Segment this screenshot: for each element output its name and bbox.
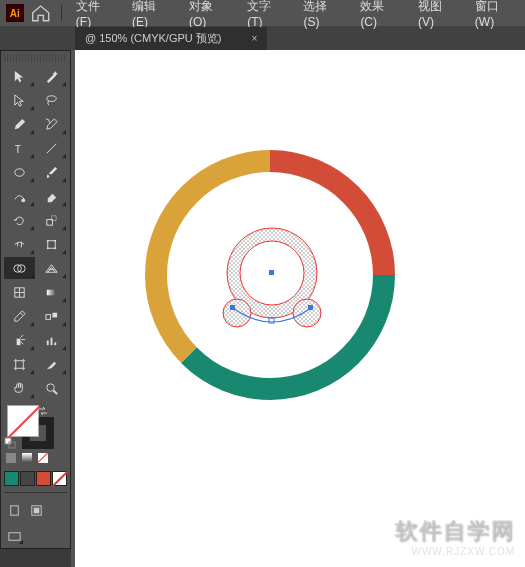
svg-rect-21 [55,342,57,345]
svg-rect-7 [48,240,56,248]
eraser-tool[interactable] [37,185,68,207]
watermark-url: WWW.RJZXW.COM [395,546,515,557]
mesh-tool[interactable] [4,281,35,303]
type-tool[interactable]: T [4,137,35,159]
svg-rect-30 [8,532,19,540]
svg-point-37 [293,299,321,327]
screen-mode-icon[interactable] [26,501,46,519]
watermark: 软件自学网 WWW.RJZXW.COM [395,516,515,557]
scale-tool[interactable] [37,209,68,231]
svg-point-11 [55,247,57,249]
gradient-tool[interactable] [37,281,68,303]
selection-tool[interactable] [4,65,35,87]
eyedropper-tool[interactable] [4,305,35,327]
swatch-3[interactable] [36,471,51,486]
screen-mode-row-2 [4,527,67,545]
home-icon[interactable] [30,2,51,24]
swatch-none[interactable] [52,471,67,486]
swap-fill-stroke-icon[interactable] [37,405,49,417]
watermark-text: 软件自学网 [395,516,515,546]
none-indicator [8,406,41,439]
selected-shape[interactable] [205,218,340,338]
draw-mode-icon[interactable] [4,501,24,519]
svg-rect-29 [33,507,39,513]
svg-rect-17 [53,312,58,317]
svg-line-24 [54,390,58,394]
document-title: @ 150% (CMYK/GPU 预览) [85,31,221,46]
svg-rect-41 [269,270,274,275]
screen-mode-row [4,501,67,519]
app-menubar: Ai 文件(F) 编辑(E) 对象(O) 文字(T) 选择(S) 效果(C) 视… [0,0,525,26]
svg-point-23 [47,383,55,391]
color-mode-row [4,451,67,465]
menu-window[interactable]: 窗口(W) [467,0,525,29]
tools-panel: T [0,50,71,549]
free-transform-tool[interactable] [37,233,68,255]
svg-rect-40 [308,305,313,310]
slice-tool[interactable] [37,353,68,375]
svg-rect-19 [47,340,49,345]
column-graph-tool[interactable] [37,329,68,351]
color-mode-none[interactable] [36,451,50,465]
canvas-area[interactable]: 软件自学网 WWW.RJZXW.COM [71,50,525,567]
close-tab-icon[interactable]: × [251,33,257,44]
shaper-tool[interactable] [4,185,35,207]
width-tool[interactable] [4,233,35,255]
svg-rect-27 [10,505,18,514]
menu-select[interactable]: 选择(S) [295,0,350,29]
svg-rect-18 [16,338,20,345]
ellipse-tool[interactable] [4,161,35,183]
menu-view[interactable]: 视图(V) [410,0,465,29]
hand-tool[interactable] [4,377,35,399]
artboard-tool[interactable] [4,353,35,375]
svg-rect-22 [16,360,24,368]
color-mode-normal[interactable] [4,451,18,465]
pen-tool[interactable] [4,113,35,135]
svg-rect-16 [46,314,51,319]
line-tool[interactable] [37,137,68,159]
svg-rect-20 [51,337,53,345]
svg-point-10 [47,247,49,249]
menu-object[interactable]: 对象(O) [181,0,237,29]
panel-grip[interactable] [4,54,67,62]
change-screen-mode-icon[interactable] [4,527,24,545]
divider [4,492,67,493]
direct-selection-tool[interactable] [4,89,35,111]
svg-line-2 [47,143,56,152]
svg-point-9 [55,239,57,241]
perspective-grid-tool[interactable] [37,257,68,279]
paintbrush-tool[interactable] [37,161,68,183]
svg-point-4 [21,198,25,202]
svg-point-8 [47,239,49,241]
svg-rect-38 [230,305,235,310]
menu-edit[interactable]: 编辑(E) [124,0,179,29]
document-tab[interactable]: @ 150% (CMYK/GPU 预览) × [75,27,267,50]
color-mode-gradient[interactable] [20,451,34,465]
swatch-2[interactable] [20,471,35,486]
magic-wand-tool[interactable] [37,65,68,87]
recent-swatches [4,471,67,486]
fill-color-swatch[interactable] [7,405,39,437]
shape-builder-tool[interactable] [4,257,35,279]
svg-point-3 [15,168,24,176]
artboard[interactable]: 软件自学网 WWW.RJZXW.COM [75,50,525,567]
document-tab-bar: @ 150% (CMYK/GPU 预览) × [0,26,525,50]
symbol-sprayer-tool[interactable] [4,329,35,351]
menu-effect[interactable]: 效果(C) [352,0,408,29]
svg-rect-15 [47,289,56,295]
rotate-tool[interactable] [4,209,35,231]
lasso-tool[interactable] [37,89,68,111]
app-logo: Ai [6,4,24,22]
svg-text:T: T [15,144,22,155]
divider [61,5,62,21]
swatch-1[interactable] [4,471,19,486]
blend-tool[interactable] [37,305,68,327]
svg-point-36 [223,299,251,327]
svg-rect-25 [5,438,11,444]
zoom-tool[interactable] [37,377,68,399]
app-logo-text: Ai [10,8,20,19]
menu-type[interactable]: 文字(T) [239,0,293,29]
default-fill-stroke-icon[interactable] [4,437,16,449]
menu-file[interactable]: 文件(F) [68,0,122,29]
curvature-tool[interactable] [37,113,68,135]
